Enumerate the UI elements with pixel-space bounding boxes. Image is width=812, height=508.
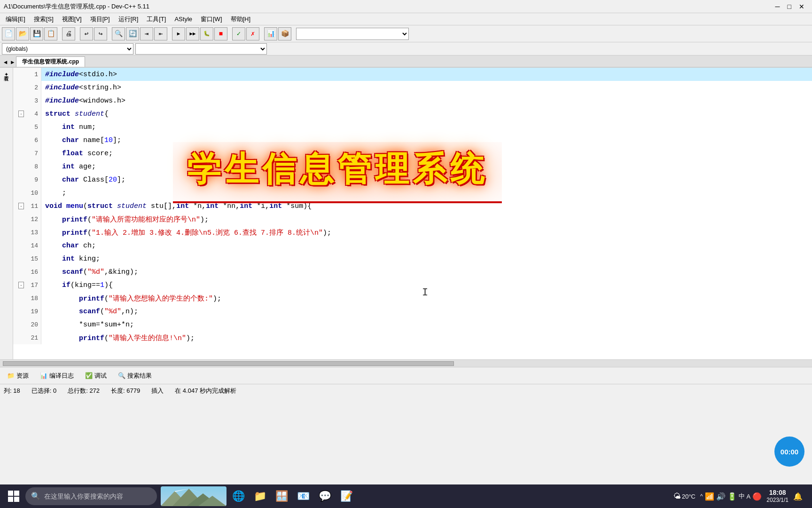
toolbar-saveall[interactable]: 📋 xyxy=(44,27,57,40)
toolbar-open[interactable]: 📂 xyxy=(16,27,29,40)
notification-button[interactable]: 🔔 xyxy=(791,492,804,501)
toolbar-debug[interactable]: 🐛 xyxy=(200,27,213,40)
tab-bar: ◀ ▶ 学生信息管理系统.cpp xyxy=(0,56,812,68)
code-line-2[interactable]: 2 #include<string.h> xyxy=(13,81,812,94)
clock[interactable]: 18:08 2023/1/1 xyxy=(766,488,789,504)
menu-view[interactable]: 视图[V] xyxy=(58,14,86,24)
close-button[interactable]: ✕ xyxy=(795,3,808,10)
tray-chevron-icon[interactable]: ^ xyxy=(700,493,703,500)
menu-edit[interactable]: 编辑[E] xyxy=(2,14,29,24)
menu-astyle[interactable]: AStyle xyxy=(171,15,196,24)
menu-search[interactable]: 搜索[S] xyxy=(30,14,57,24)
bottom-tab-debug[interactable]: ✅ 调试 xyxy=(80,370,112,382)
code-line-6[interactable]: 6 char name[10]; xyxy=(13,134,812,147)
horizontal-scrollbar[interactable] xyxy=(0,359,812,367)
tray-battery-icon[interactable]: 🔋 xyxy=(727,492,737,501)
menu-run[interactable]: 运行[R] xyxy=(115,14,142,24)
toolbar-unindent[interactable]: ⇤ xyxy=(154,27,167,40)
func-bar: (globals) xyxy=(0,42,812,56)
code-line-13[interactable]: 13 printf("1.输入 2.增加 3.修改 4.删除\n5.浏览 6.查… xyxy=(13,226,812,239)
taskbar-search-input[interactable] xyxy=(44,492,148,500)
maximize-button[interactable]: □ xyxy=(784,3,795,10)
toolbar-cross[interactable]: ✗ xyxy=(246,27,259,40)
toolbar-stop[interactable]: ■ xyxy=(214,27,227,40)
toolbar-indent[interactable]: ⇥ xyxy=(140,27,153,40)
code-line-18[interactable]: 18 printf("请输入您想输入的学生的个数:"); xyxy=(13,292,812,305)
taskbar-app-explorer[interactable]: 🌐 xyxy=(228,486,248,506)
toolbar-compile[interactable]: ▶ xyxy=(172,27,185,40)
toolbar-search[interactable]: 🔍 xyxy=(112,27,125,40)
code-line-9[interactable]: 9 char Class[20]; xyxy=(13,173,812,186)
tab-main-file[interactable]: 学生信息管理系统.cpp xyxy=(16,56,85,67)
toolbar-undo[interactable]: ↩ xyxy=(80,27,93,40)
toolbar-chart[interactable]: 📊 xyxy=(264,27,277,40)
main-area: 查看✦ 学生信息管理系统 I 1 #include<stdio.h> 2 #in… xyxy=(0,68,812,359)
toolbar-save[interactable]: 💾 xyxy=(30,27,43,40)
code-line-8[interactable]: 8 int age; xyxy=(13,160,812,173)
tab-nav-left[interactable]: ◀ xyxy=(2,58,9,67)
globals-select[interactable]: (globals) xyxy=(2,43,133,55)
status-parse-time: 在 4.047 秒内完成解析 xyxy=(175,387,236,395)
taskbar-app-editor[interactable]: 📝 xyxy=(336,486,356,506)
code-line-10[interactable]: 10 ; xyxy=(13,186,812,199)
tray-extra-icon[interactable]: 🔴 xyxy=(752,492,762,501)
bottom-tab-compile-log[interactable]: 📊 编译日志 xyxy=(35,370,79,382)
code-line-11[interactable]: - 11 void menu(struct student stu[],int … xyxy=(13,199,812,213)
toolbar-checkmark[interactable]: ✓ xyxy=(232,27,245,40)
toolbar-print[interactable]: 🖨 xyxy=(62,27,75,40)
timer-overlay[interactable]: 00:00 xyxy=(774,437,804,467)
fold-marker-11[interactable]: - xyxy=(18,203,24,209)
taskbar-app-windows[interactable]: 🪟 xyxy=(272,486,291,506)
code-line-14[interactable]: 14 char ch; xyxy=(13,239,812,252)
code-line-17[interactable]: - 17 if(king==1){ xyxy=(13,278,812,292)
taskbar-app-wechat[interactable]: 💬 xyxy=(315,486,335,506)
code-line-7[interactable]: 7 float score; xyxy=(13,147,812,160)
tray-ime-icon[interactable]: 中 xyxy=(739,492,745,500)
taskbar-search-box[interactable]: 🔍 xyxy=(25,487,157,505)
left-sidebar: 查看✦ xyxy=(0,68,13,359)
menu-help[interactable]: 帮助[H] xyxy=(227,14,255,24)
status-insert: 插入 xyxy=(151,387,164,395)
scrollbar-thumb[interactable] xyxy=(3,361,454,366)
minimize-button[interactable]: ─ xyxy=(772,3,784,10)
tray-sound-icon[interactable]: 🔊 xyxy=(716,492,726,501)
code-line-19[interactable]: 19 scanf("%d",n); xyxy=(13,305,812,318)
sidebar-resources-btn[interactable]: 查看✦ xyxy=(2,70,11,79)
menu-tools[interactable]: 工具[T] xyxy=(143,14,170,24)
code-line-16[interactable]: 16 scanf("%d",&king); xyxy=(13,265,812,278)
sun-icon: 🌤 xyxy=(673,492,681,500)
toolbar-run[interactable]: ▶▶ xyxy=(186,27,199,40)
menu-window[interactable]: 窗口[W] xyxy=(197,14,226,24)
wallpaper-thumbnail xyxy=(161,486,226,506)
start-button[interactable] xyxy=(4,486,23,506)
window-title: A1\Documents\学生信息管理系统.cpp - Dev-C++ 5.11 xyxy=(4,2,772,11)
taskbar-app-files[interactable]: 📁 xyxy=(250,486,270,506)
tray-font-icon[interactable]: A xyxy=(747,493,751,500)
code-line-21[interactable]: 21 printf("请输入学生的信息!\n"); xyxy=(13,331,812,344)
code-line-5[interactable]: 5 int num; xyxy=(13,120,812,134)
code-line-3[interactable]: 3 #include<windows.h> xyxy=(13,94,812,107)
compiler-select[interactable]: TDM-GCC 4.9.2 64-bit Release xyxy=(296,28,409,40)
toolbar-package[interactable]: 📦 xyxy=(278,27,291,40)
taskbar-app-email[interactable]: 📧 xyxy=(293,486,313,506)
code-line-1[interactable]: 1 #include<stdio.h> xyxy=(13,68,812,81)
status-total-lines: 总行数: 272 xyxy=(68,387,100,395)
toolbar-new[interactable]: 📄 xyxy=(2,27,15,40)
toolbar-replace[interactable]: 🔄 xyxy=(126,27,139,40)
tray-network-icon[interactable]: 📶 xyxy=(705,492,714,501)
tab-nav-right[interactable]: ▶ xyxy=(9,58,16,67)
code-area[interactable]: 学生信息管理系统 I 1 #include<stdio.h> 2 #includ… xyxy=(13,68,812,359)
code-line-12[interactable]: 12 printf("请输入所需功能相对应的序号\n"); xyxy=(13,213,812,226)
code-line-15[interactable]: 15 int king; xyxy=(13,252,812,265)
fold-marker-17[interactable]: - xyxy=(18,282,24,288)
menu-bar: 编辑[E] 搜索[S] 视图[V] 项目[P] 运行[R] 工具[T] ASty… xyxy=(0,13,812,25)
fold-marker-4[interactable]: - xyxy=(18,111,24,117)
svg-rect-0 xyxy=(8,491,13,496)
code-line-20[interactable]: 20 *sum=*sum+*n; xyxy=(13,318,812,331)
menu-project[interactable]: 项目[P] xyxy=(86,14,114,24)
toolbar-redo[interactable]: ↪ xyxy=(94,27,107,40)
function-select[interactable] xyxy=(135,43,267,55)
code-line-4[interactable]: - 4 struct student{ xyxy=(13,107,812,120)
bottom-tab-resources[interactable]: 📁 资源 xyxy=(2,370,34,382)
bottom-tab-search-results[interactable]: 🔍 搜索结果 xyxy=(113,370,157,382)
